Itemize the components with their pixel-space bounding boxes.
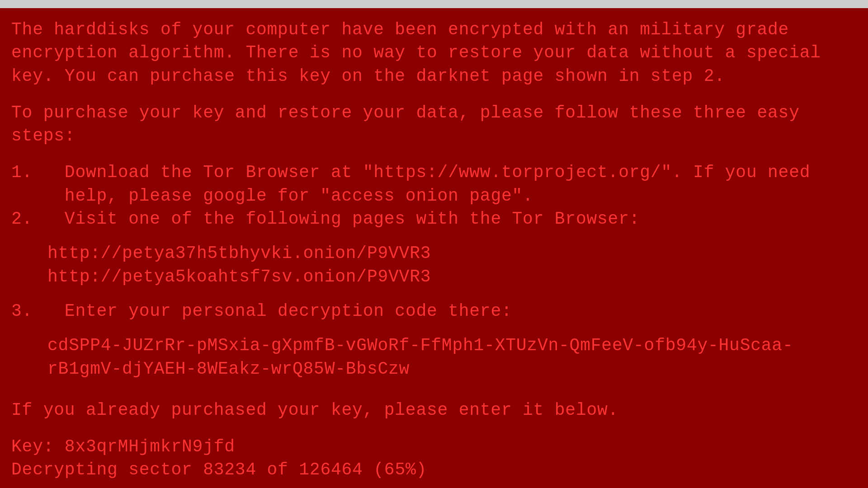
top-bar (0, 0, 868, 8)
step2-line1: 2. Visit one of the following pages with… (11, 207, 857, 230)
decrypting-total: 126464 (299, 460, 363, 479)
step3-label: 3. (11, 301, 33, 321)
key-label: Key: (11, 437, 54, 456)
paragraph-encryption: The harddisks of your computer have been… (11, 18, 857, 88)
para2-line2: steps: (11, 124, 857, 147)
url1: http://petya37h5tbhyvki.onion/P9VVR3 (47, 242, 857, 265)
para1-line1: The harddisks of your computer have been… (11, 18, 857, 41)
para1-line2: encryption algorithm. There is no way to… (11, 41, 857, 64)
key-value: 8x3qrMHjmkrN9jfd (65, 437, 235, 456)
step1-block: 1. Download the Tor Browser at "https://… (11, 161, 857, 207)
step1-line1: 1. Download the Tor Browser at "https://… (11, 161, 857, 184)
step1-line2: help, please google for "access onion pa… (11, 184, 857, 207)
url2: http://petya5koahtsf7sv.onion/P9VVR3 (47, 265, 857, 288)
step2-text1: Visit one of the following pages with th… (65, 209, 640, 229)
step3-block: 3. Enter your personal decryption code t… (11, 300, 857, 323)
decryption-code-block: cdSPP4-JUZrRr-pMSxia-gXpmfB-vGWoRf-FfMph… (47, 334, 857, 380)
url-block: http://petya37h5tbhyvki.onion/P9VVR3 htt… (47, 242, 857, 288)
step1-text1: Download the Tor Browser at "https://www… (65, 163, 810, 182)
step2-block: 2. Visit one of the following pages with… (11, 207, 857, 230)
key-entry: Key: 8x3qrMHjmkrN9jfd (11, 435, 857, 458)
code-line1: cdSPP4-JUZrRr-pMSxia-gXpmfB-vGWoRf-FfMph… (47, 334, 857, 357)
step3-line1: 3. Enter your personal decryption code t… (11, 300, 857, 323)
decrypting-label: Decrypting sector (11, 460, 193, 479)
footer-purchased-msg: If you already purchased your key, pleas… (11, 399, 857, 422)
step1-text2: help, please google for "access onion pa… (65, 186, 533, 206)
decrypting-line: Decrypting sector 83234 of 126464 (65%) (11, 458, 857, 481)
decrypting-current: 83234 (203, 460, 256, 479)
step3-text1: Enter your personal decryption code ther… (65, 301, 512, 321)
paragraph-steps-intro: To purchase your key and restore your da… (11, 101, 857, 148)
para1-line3: key. You can purchase this key on the da… (11, 65, 857, 88)
key-line: Key: 8x3qrMHjmkrN9jfd (11, 435, 857, 458)
decrypting-status: Decrypting sector 83234 of 126464 (65%) (11, 458, 857, 481)
purchased-text: If you already purchased your key, pleas… (11, 399, 857, 422)
decrypting-pct: (65%) (373, 460, 427, 479)
decrypting-of: of (267, 460, 288, 479)
step1-label: 1. (11, 163, 33, 182)
content-area: The harddisks of your computer have been… (11, 18, 857, 482)
main-screen: The harddisks of your computer have been… (0, 0, 868, 488)
code-line2: rB1gmV-djYAEH-8WEakz-wrQ85W-BbsCzw (47, 357, 857, 380)
para2-line1: To purchase your key and restore your da… (11, 101, 857, 124)
step2-label: 2. (11, 209, 33, 229)
